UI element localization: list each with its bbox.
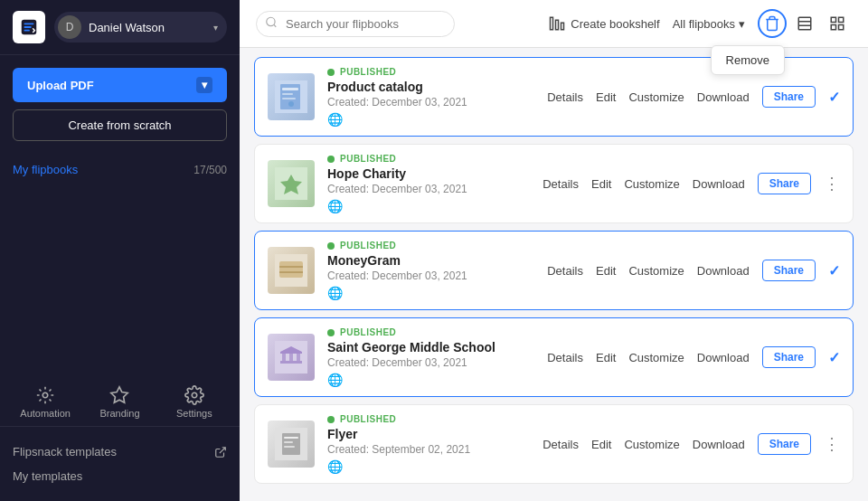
details-link[interactable]: Details xyxy=(547,90,583,104)
svg-rect-9 xyxy=(798,17,811,30)
flipbook-name: Saint George Middle School xyxy=(327,340,534,354)
status-label: PUBLISHED xyxy=(340,67,396,77)
external-link-icon xyxy=(214,446,227,458)
sidebar-item-settings[interactable]: Settings xyxy=(162,385,227,419)
edit-link[interactable]: Edit xyxy=(596,351,616,364)
status-dot xyxy=(327,156,335,163)
svg-marker-2 xyxy=(111,387,127,402)
svg-rect-29 xyxy=(282,354,286,361)
search-input[interactable] xyxy=(256,11,455,37)
svg-rect-37 xyxy=(284,446,295,448)
my-flipbooks-link[interactable]: My flipbooks 17/500 xyxy=(13,163,227,176)
grid-view-button[interactable] xyxy=(823,9,852,38)
flipbook-date: Created: September 02, 2021 xyxy=(327,443,530,456)
list-view-button[interactable] xyxy=(790,9,819,38)
svg-point-21 xyxy=(288,101,294,107)
grid-view-icon xyxy=(829,15,845,32)
topbar: Create bookshelf All flipbooks ▾ Remove xyxy=(240,0,868,48)
upload-pdf-button[interactable]: Upload PDF ▾ xyxy=(13,68,227,102)
create-bookshelf-button[interactable]: Create bookshelf xyxy=(549,15,659,32)
details-link[interactable]: Details xyxy=(542,177,579,191)
flipbooks-count: 17/500 xyxy=(193,164,227,176)
create-from-scratch-button[interactable]: Create from scratch xyxy=(13,109,227,141)
flipbook-info: PUBLISHED Flyer Created: September 02, 2… xyxy=(327,414,530,474)
share-button[interactable]: Share xyxy=(762,346,816,368)
svg-rect-12 xyxy=(831,17,835,22)
customize-link[interactable]: Customize xyxy=(628,264,684,278)
sidebar-header: D Daniel Watson ▾ xyxy=(0,0,240,55)
status-label: PUBLISHED xyxy=(340,327,396,337)
more-options-icon[interactable]: ⋮ xyxy=(824,434,840,454)
customize-link[interactable]: Customize xyxy=(628,351,684,364)
download-link[interactable]: Download xyxy=(697,264,750,278)
search-wrap xyxy=(256,11,455,37)
bookshelf-icon xyxy=(549,15,565,32)
flipbook-date: Created: December 03, 2021 xyxy=(327,356,534,369)
app-logo xyxy=(13,11,45,43)
sidebar-actions: Upload PDF ▾ Create from scratch xyxy=(0,55,240,154)
all-flipbooks-dropdown[interactable]: All flipbooks ▾ xyxy=(673,17,745,31)
status-label: PUBLISHED xyxy=(340,241,396,250)
customize-link[interactable]: Customize xyxy=(624,438,679,451)
chevron-down-icon: ▾ xyxy=(213,23,218,33)
flipsnack-templates-link[interactable]: Flipsnack templates xyxy=(13,440,227,464)
edit-link[interactable]: Edit xyxy=(591,177,611,191)
customize-link[interactable]: Customize xyxy=(624,177,679,191)
main-content: Create bookshelf All flipbooks ▾ Remove xyxy=(240,0,868,501)
flipbook-actions: Details Edit Customize Download Share ✓ xyxy=(547,86,840,108)
share-button[interactable]: Share xyxy=(762,86,816,108)
topbar-actions: Create bookshelf All flipbooks ▾ Remove xyxy=(549,9,852,38)
svg-rect-7 xyxy=(556,20,559,30)
sidebar-item-branding[interactable]: Branding xyxy=(87,385,152,419)
user-name: Daniel Watson xyxy=(89,21,213,34)
globe-icon: 🌐 xyxy=(327,112,534,127)
download-link[interactable]: Download xyxy=(697,351,750,364)
table-row: PUBLISHED Hope Charity Created: December… xyxy=(254,144,854,223)
sidebar-item-automation[interactable]: Automation xyxy=(13,385,78,419)
details-link[interactable]: Details xyxy=(547,264,583,278)
flipbook-status: PUBLISHED xyxy=(327,154,530,164)
delete-view-button[interactable]: Remove xyxy=(758,9,787,38)
flipbook-status: PUBLISHED xyxy=(327,414,530,424)
globe-icon: 🌐 xyxy=(327,459,530,474)
download-link[interactable]: Download xyxy=(697,90,750,104)
svg-rect-31 xyxy=(297,354,300,361)
customize-link[interactable]: Customize xyxy=(628,90,684,104)
flipbook-name: Product catalog xyxy=(327,80,534,94)
status-dot xyxy=(327,416,335,423)
svg-rect-6 xyxy=(551,17,553,30)
remove-tooltip: Remove xyxy=(711,45,785,75)
download-link[interactable]: Download xyxy=(693,438,745,451)
table-row: PUBLISHED Saint George Middle School Cre… xyxy=(254,317,854,397)
details-link[interactable]: Details xyxy=(542,438,579,451)
svg-rect-30 xyxy=(289,354,293,361)
edit-link[interactable]: Edit xyxy=(596,90,616,104)
download-link[interactable]: Download xyxy=(693,177,745,191)
svg-rect-13 xyxy=(839,17,844,22)
share-button[interactable]: Share xyxy=(762,260,816,281)
flipbook-thumbnail xyxy=(268,160,315,207)
flipbook-thumbnail xyxy=(268,73,315,120)
globe-icon: 🌐 xyxy=(327,286,534,300)
user-profile[interactable]: D Daniel Watson ▾ xyxy=(54,12,227,43)
my-templates-link[interactable]: My templates xyxy=(13,464,227,488)
share-button[interactable]: Share xyxy=(758,173,811,194)
edit-link[interactable]: Edit xyxy=(591,438,611,451)
more-options-icon[interactable]: ⋮ xyxy=(824,174,840,194)
status-dot xyxy=(327,242,335,250)
check-icon: ✓ xyxy=(828,262,840,279)
flipbook-info: PUBLISHED Hope Charity Created: December… xyxy=(327,154,530,213)
flipbook-thumbnail xyxy=(268,421,315,468)
flipbook-info: PUBLISHED Product catalog Created: Decem… xyxy=(327,67,534,127)
view-icons: Remove xyxy=(758,9,852,38)
table-row: PUBLISHED MoneyGram Created: December 03… xyxy=(254,231,854,310)
svg-rect-20 xyxy=(282,98,296,99)
svg-point-4 xyxy=(267,17,275,25)
globe-icon: 🌐 xyxy=(327,373,534,387)
details-link[interactable]: Details xyxy=(547,351,583,364)
edit-link[interactable]: Edit xyxy=(596,264,616,278)
flipbook-actions: Details Edit Customize Download Share ⋮ xyxy=(542,173,840,194)
flipbook-status: PUBLISHED xyxy=(327,241,534,250)
share-button[interactable]: Share xyxy=(758,433,811,455)
flipbook-info: PUBLISHED MoneyGram Created: December 03… xyxy=(327,241,534,300)
